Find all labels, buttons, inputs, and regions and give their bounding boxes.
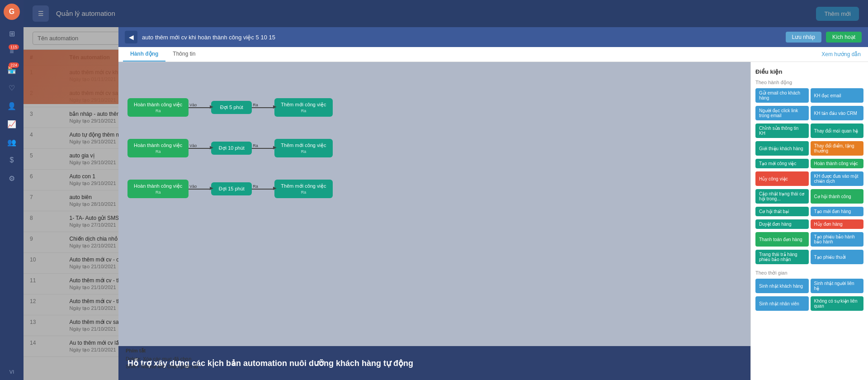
time-btn-2[interactable]: Sinh nhật nhân viên [755,296,809,311]
time-buttons-grid: Sinh nhật khách hàngSinh nhật người liên… [755,279,863,312]
action-btn-15[interactable]: Tạo mới đơn hàng [811,207,864,216]
action-btn-21[interactable]: Tạo phiếu thuởi [811,250,864,264]
action-btn-14[interactable]: Cơ hội thất bại [755,207,809,216]
arrow-icon: Ra▶ [252,189,274,190]
sidebar-item-shop[interactable]: 🏪224 [4,62,20,78]
back-button[interactable]: ◀ [125,31,137,43]
sidebar: G ⊞ ≡115 🏪224 ♡ 👤 📈 👥 $ ⚙ VI [0,0,24,380]
time-btn-3[interactable]: Không có sự kiện liên quan [811,296,864,311]
shortcut-title: Phím tắt [126,347,198,355]
action-btn-20[interactable]: Trang thái trả hàng phiếu bảo nhận [755,250,809,264]
action-btn-12[interactable]: Cập nhật trạng thái cơ hội trong... [755,189,809,204]
workflow-node-start[interactable]: Hoàn thành công việcRa [127,180,189,198]
workflow-row: Hoàn thành công việcRaVào▶Đợi 5 phútRa▶T… [127,98,333,117]
sidebar-item-heart[interactable]: ♡ [4,80,20,96]
arrow-icon: Ra▶ [252,148,274,149]
shortcut-delete: Delete: Xóa các mục đã chọn [126,355,198,363]
action-btn-16[interactable]: Duyệt đơn hàng [755,219,809,229]
sidebar-item-grid[interactable]: ⊞ [4,25,20,42]
shortcut-shift: Shift + Mouse left: Chọn phần tử [126,363,198,371]
action-btn-5[interactable]: Thay đổi mối quan hệ [811,124,864,138]
action-btn-13[interactable]: Cơ hội thành công [811,189,864,204]
workflow-node-delay[interactable]: Đợi 5 phút [211,101,252,114]
sidebar-logo: G [4,4,20,20]
action-btn-10[interactable]: Hủy công việc [755,171,809,186]
workflow-node-end[interactable]: Thêm mới công việcRa [274,180,332,198]
workflow-node-end[interactable]: Thêm mới công việcRa [274,139,332,157]
workflow-node-start[interactable]: Hoàn thành công việcRa [127,139,189,157]
action-btn-18[interactable]: Thanh toán đơn hàng [755,232,809,247]
action-btn-2[interactable]: Người đọc click link trong email [755,106,809,120]
modal-header: ◀ auto thêm mới cv khi hoàn thành công v… [118,27,868,47]
arrow-icon: Ra▶ [252,107,274,108]
tab-info[interactable]: Thông tin [165,47,203,62]
time-btn-0[interactable]: Sinh nhật khách hàng [755,279,809,293]
save-draft-button[interactable]: Lưu nháp [786,32,821,43]
condition-title: Điều kiện [755,66,863,75]
sidebar-badge-shop: 224 [9,62,19,68]
action-btn-0[interactable]: Gửi email cho khách hàng [755,88,809,103]
back-icon: ◀ [129,33,134,41]
action-btn-17[interactable]: Hủy đơn hàng [811,219,864,229]
section-by-time: Theo thời gian [755,270,863,276]
arrow-icon: Vào▶ [189,148,211,149]
sidebar-item-dollar[interactable]: $ [4,152,20,168]
action-btn-11[interactable]: KH được đưa vào một chiến dịch [811,171,864,186]
action-btn-3[interactable]: KH tần đầu vào CRM [811,106,864,120]
modal-panel: ◀ auto thêm mới cv khi hoàn thành công v… [118,27,868,380]
sidebar-item-user[interactable]: 👤 [4,98,20,114]
arrow-icon: Vào▶ [189,107,211,108]
action-buttons-grid: Gửi email cho khách hàngKH đọc emailNgườ… [755,88,863,266]
action-btn-7[interactable]: Thay đổi điểm, tặng thưởng [811,141,864,156]
guide-link[interactable]: Xem hướng dẫn [814,48,868,61]
logo-text: G [9,8,14,16]
modal-title: auto thêm mới cv khi hoàn thành công việ… [142,34,781,41]
right-panel: Điều kiện Theo hành động Gửi email cho k… [750,62,868,380]
workflow-row: Hoàn thành công việcRaVào▶Đợi 10 phútRa▶… [127,139,333,157]
action-btn-9[interactable]: Hoàn thành công việc [811,159,864,168]
sidebar-item-layers[interactable]: ≡115 [4,43,20,60]
activate-button[interactable]: Kích hoạt [826,32,862,43]
sidebar-lang: VI [9,369,14,380]
workflow-canvas[interactable]: Hoàn thành công việcRaVào▶Đợi 5 phútRa▶T… [118,62,750,380]
action-btn-1[interactable]: KH đọc email [811,88,864,103]
workflow-node-end[interactable]: Thêm mới công việcRa [274,98,332,117]
workflow-node-delay[interactable]: Đợi 15 phút [211,182,252,195]
time-btn-1[interactable]: Sinh nhật người liên hệ [811,279,864,293]
tab-actions[interactable]: Hành động [123,47,165,62]
shortcut-info: Phím tắt Delete: Xóa các mục đã chọn Shi… [126,347,198,371]
action-btn-8[interactable]: Tạo mới công việc [755,159,809,168]
sidebar-badge-layers: 115 [9,44,19,50]
modal-body: Hoàn thành công việcRaVào▶Đợi 5 phútRa▶T… [118,62,868,380]
workflow-row: Hoàn thành công việcRaVào▶Đợi 15 phútRa▶… [127,180,333,198]
sidebar-item-people[interactable]: 👥 [4,134,20,150]
arrow-icon: Vào▶ [189,189,211,190]
sidebar-item-chart[interactable]: 📈 [4,116,20,132]
sidebar-item-gear[interactable]: ⚙ [4,170,20,186]
workflow-node-start[interactable]: Hoàn thành công việcRa [127,98,189,117]
tooltip-banner: Hỗ trợ xây dựng các kịch bản automation … [118,346,750,380]
action-btn-19[interactable]: Tạo phiếu bảo hành bảo hành [811,232,864,247]
action-btn-4[interactable]: Chỉnh sửa thông tin KH [755,124,809,138]
action-btn-6[interactable]: Giới thiệu khách hàng [755,141,809,156]
workflow-node-delay[interactable]: Đợi 10 phút [211,142,252,155]
section-by-action: Theo hành động [755,80,863,86]
